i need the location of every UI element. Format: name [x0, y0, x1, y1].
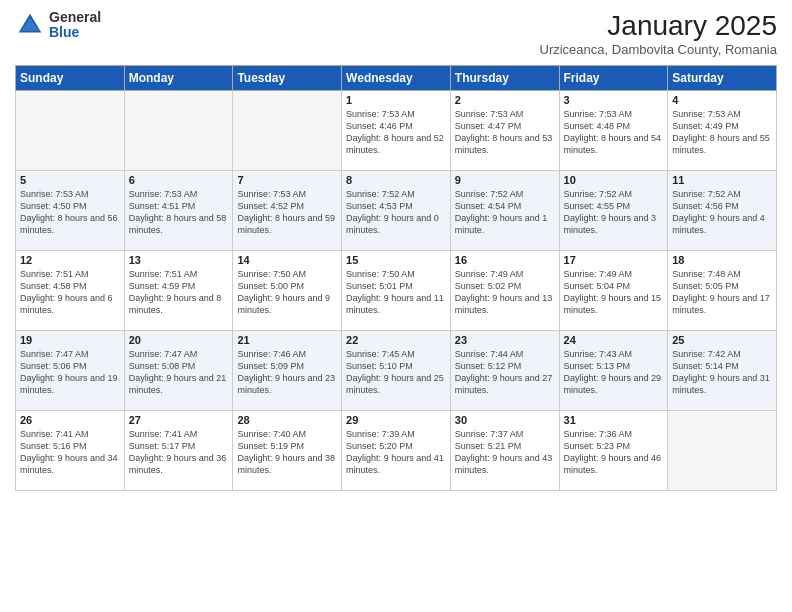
day-number: 14: [237, 254, 337, 266]
day-info: Sunrise: 7:52 AM Sunset: 4:55 PM Dayligh…: [564, 188, 664, 237]
day-number: 5: [20, 174, 120, 186]
calendar-week-row: 12Sunrise: 7:51 AM Sunset: 4:58 PM Dayli…: [16, 251, 777, 331]
calendar-cell: 2Sunrise: 7:53 AM Sunset: 4:47 PM Daylig…: [450, 91, 559, 171]
calendar-cell: 12Sunrise: 7:51 AM Sunset: 4:58 PM Dayli…: [16, 251, 125, 331]
day-number: 1: [346, 94, 446, 106]
day-number: 25: [672, 334, 772, 346]
day-number: 31: [564, 414, 664, 426]
day-info: Sunrise: 7:53 AM Sunset: 4:47 PM Dayligh…: [455, 108, 555, 157]
day-info: Sunrise: 7:49 AM Sunset: 5:02 PM Dayligh…: [455, 268, 555, 317]
day-number: 27: [129, 414, 229, 426]
day-number: 17: [564, 254, 664, 266]
header-cell-friday: Friday: [559, 66, 668, 91]
day-info: Sunrise: 7:43 AM Sunset: 5:13 PM Dayligh…: [564, 348, 664, 397]
calendar-cell: 21Sunrise: 7:46 AM Sunset: 5:09 PM Dayli…: [233, 331, 342, 411]
day-info: Sunrise: 7:52 AM Sunset: 4:53 PM Dayligh…: [346, 188, 446, 237]
day-number: 8: [346, 174, 446, 186]
day-info: Sunrise: 7:52 AM Sunset: 4:56 PM Dayligh…: [672, 188, 772, 237]
calendar-cell: 14Sunrise: 7:50 AM Sunset: 5:00 PM Dayli…: [233, 251, 342, 331]
calendar-cell: 15Sunrise: 7:50 AM Sunset: 5:01 PM Dayli…: [342, 251, 451, 331]
day-info: Sunrise: 7:52 AM Sunset: 4:54 PM Dayligh…: [455, 188, 555, 237]
day-info: Sunrise: 7:53 AM Sunset: 4:46 PM Dayligh…: [346, 108, 446, 157]
calendar-cell: 1Sunrise: 7:53 AM Sunset: 4:46 PM Daylig…: [342, 91, 451, 171]
calendar-cell: [124, 91, 233, 171]
day-number: 10: [564, 174, 664, 186]
header: General Blue January 2025 Urziceanca, Da…: [15, 10, 777, 57]
day-number: 23: [455, 334, 555, 346]
calendar-cell: 19Sunrise: 7:47 AM Sunset: 5:06 PM Dayli…: [16, 331, 125, 411]
calendar-cell: 17Sunrise: 7:49 AM Sunset: 5:04 PM Dayli…: [559, 251, 668, 331]
calendar-cell: 18Sunrise: 7:48 AM Sunset: 5:05 PM Dayli…: [668, 251, 777, 331]
calendar-week-row: 1Sunrise: 7:53 AM Sunset: 4:46 PM Daylig…: [16, 91, 777, 171]
day-number: 30: [455, 414, 555, 426]
day-number: 2: [455, 94, 555, 106]
calendar-cell: 5Sunrise: 7:53 AM Sunset: 4:50 PM Daylig…: [16, 171, 125, 251]
logo-blue: Blue: [49, 25, 101, 40]
calendar-cell: [233, 91, 342, 171]
day-number: 20: [129, 334, 229, 346]
day-info: Sunrise: 7:40 AM Sunset: 5:19 PM Dayligh…: [237, 428, 337, 477]
day-number: 28: [237, 414, 337, 426]
calendar-week-row: 5Sunrise: 7:53 AM Sunset: 4:50 PM Daylig…: [16, 171, 777, 251]
day-number: 18: [672, 254, 772, 266]
day-info: Sunrise: 7:37 AM Sunset: 5:21 PM Dayligh…: [455, 428, 555, 477]
page-container: General Blue January 2025 Urziceanca, Da…: [0, 0, 792, 501]
day-info: Sunrise: 7:47 AM Sunset: 5:08 PM Dayligh…: [129, 348, 229, 397]
calendar-cell: 20Sunrise: 7:47 AM Sunset: 5:08 PM Dayli…: [124, 331, 233, 411]
subtitle: Urziceanca, Dambovita County, Romania: [540, 42, 777, 57]
logo: General Blue: [15, 10, 101, 41]
calendar-cell: 11Sunrise: 7:52 AM Sunset: 4:56 PM Dayli…: [668, 171, 777, 251]
day-info: Sunrise: 7:45 AM Sunset: 5:10 PM Dayligh…: [346, 348, 446, 397]
day-info: Sunrise: 7:39 AM Sunset: 5:20 PM Dayligh…: [346, 428, 446, 477]
day-number: 26: [20, 414, 120, 426]
day-number: 15: [346, 254, 446, 266]
day-info: Sunrise: 7:41 AM Sunset: 5:17 PM Dayligh…: [129, 428, 229, 477]
calendar-cell: 24Sunrise: 7:43 AM Sunset: 5:13 PM Dayli…: [559, 331, 668, 411]
calendar-cell: 31Sunrise: 7:36 AM Sunset: 5:23 PM Dayli…: [559, 411, 668, 491]
day-info: Sunrise: 7:36 AM Sunset: 5:23 PM Dayligh…: [564, 428, 664, 477]
day-number: 29: [346, 414, 446, 426]
day-number: 22: [346, 334, 446, 346]
day-number: 21: [237, 334, 337, 346]
calendar-cell: 29Sunrise: 7:39 AM Sunset: 5:20 PM Dayli…: [342, 411, 451, 491]
day-info: Sunrise: 7:49 AM Sunset: 5:04 PM Dayligh…: [564, 268, 664, 317]
day-info: Sunrise: 7:53 AM Sunset: 4:52 PM Dayligh…: [237, 188, 337, 237]
day-info: Sunrise: 7:42 AM Sunset: 5:14 PM Dayligh…: [672, 348, 772, 397]
calendar-cell: 13Sunrise: 7:51 AM Sunset: 4:59 PM Dayli…: [124, 251, 233, 331]
day-number: 11: [672, 174, 772, 186]
calendar-cell: 8Sunrise: 7:52 AM Sunset: 4:53 PM Daylig…: [342, 171, 451, 251]
calendar-cell: 9Sunrise: 7:52 AM Sunset: 4:54 PM Daylig…: [450, 171, 559, 251]
calendar-cell: 27Sunrise: 7:41 AM Sunset: 5:17 PM Dayli…: [124, 411, 233, 491]
logo-icon: [15, 10, 45, 40]
calendar-cell: 22Sunrise: 7:45 AM Sunset: 5:10 PM Dayli…: [342, 331, 451, 411]
day-number: 24: [564, 334, 664, 346]
calendar-header-row: SundayMondayTuesdayWednesdayThursdayFrid…: [16, 66, 777, 91]
calendar-table: SundayMondayTuesdayWednesdayThursdayFrid…: [15, 65, 777, 491]
calendar-cell: 4Sunrise: 7:53 AM Sunset: 4:49 PM Daylig…: [668, 91, 777, 171]
calendar-cell: 6Sunrise: 7:53 AM Sunset: 4:51 PM Daylig…: [124, 171, 233, 251]
calendar-cell: [668, 411, 777, 491]
header-cell-monday: Monday: [124, 66, 233, 91]
calendar-cell: 25Sunrise: 7:42 AM Sunset: 5:14 PM Dayli…: [668, 331, 777, 411]
day-number: 3: [564, 94, 664, 106]
calendar-cell: 3Sunrise: 7:53 AM Sunset: 4:48 PM Daylig…: [559, 91, 668, 171]
day-info: Sunrise: 7:50 AM Sunset: 5:01 PM Dayligh…: [346, 268, 446, 317]
day-info: Sunrise: 7:51 AM Sunset: 4:58 PM Dayligh…: [20, 268, 120, 317]
day-info: Sunrise: 7:47 AM Sunset: 5:06 PM Dayligh…: [20, 348, 120, 397]
day-info: Sunrise: 7:53 AM Sunset: 4:48 PM Dayligh…: [564, 108, 664, 157]
calendar-cell: 30Sunrise: 7:37 AM Sunset: 5:21 PM Dayli…: [450, 411, 559, 491]
day-info: Sunrise: 7:48 AM Sunset: 5:05 PM Dayligh…: [672, 268, 772, 317]
day-number: 9: [455, 174, 555, 186]
day-number: 7: [237, 174, 337, 186]
calendar-cell: 16Sunrise: 7:49 AM Sunset: 5:02 PM Dayli…: [450, 251, 559, 331]
logo-text: General Blue: [49, 10, 101, 41]
calendar-cell: [16, 91, 125, 171]
day-info: Sunrise: 7:46 AM Sunset: 5:09 PM Dayligh…: [237, 348, 337, 397]
calendar-cell: 7Sunrise: 7:53 AM Sunset: 4:52 PM Daylig…: [233, 171, 342, 251]
title-area: January 2025 Urziceanca, Dambovita Count…: [540, 10, 777, 57]
day-info: Sunrise: 7:53 AM Sunset: 4:50 PM Dayligh…: [20, 188, 120, 237]
day-number: 12: [20, 254, 120, 266]
day-info: Sunrise: 7:53 AM Sunset: 4:51 PM Dayligh…: [129, 188, 229, 237]
header-cell-sunday: Sunday: [16, 66, 125, 91]
day-number: 16: [455, 254, 555, 266]
